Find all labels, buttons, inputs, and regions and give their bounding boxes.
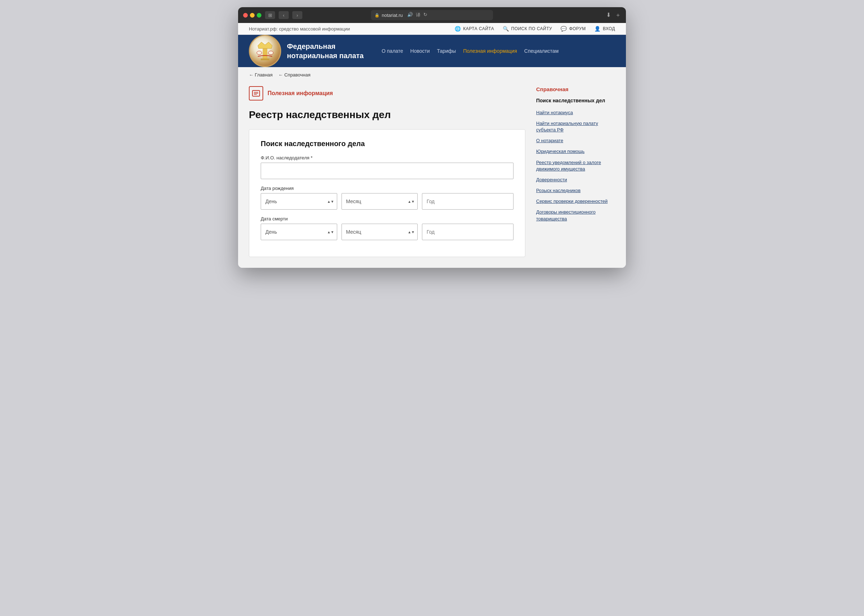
url-text: notariat.ru (382, 13, 403, 18)
sidebar-link-poa[interactable]: Доверенности (536, 177, 615, 183)
death-month-select[interactable]: Месяц (342, 224, 418, 240)
lock-icon: 🔒 (375, 13, 379, 17)
birth-month-wrapper: Месяц ▲▼ (342, 193, 418, 210)
sidebar-section-title: Справочная (536, 86, 615, 92)
svg-point-4 (268, 51, 273, 55)
sidebar-link-pledge[interactable]: Реестр уведомлений о залоге движимого им… (536, 159, 615, 172)
browser-titlebar: ⊞ ‹ › 🔒 notariat.ru 🔊 译 ↻ ⬇ ＋ (238, 7, 626, 23)
address-bar-icons: 🔊 译 ↻ (407, 12, 427, 18)
new-tab-icon[interactable]: ＋ (615, 11, 621, 19)
form-card-title: Поиск наследственного дела (261, 140, 513, 148)
logo-text: Федеральная нотариальная палата (287, 42, 364, 60)
death-day-select[interactable]: День (261, 224, 337, 240)
forum-link[interactable]: 💬 ФОРУМ (560, 26, 586, 31)
nav-item-specialists[interactable]: Специалистам (521, 45, 562, 57)
svg-point-3 (257, 51, 262, 55)
death-year-input[interactable] (422, 224, 513, 240)
main-nav: О палате Новости Тарифы Полезная информа… (378, 45, 562, 57)
forum-icon: 💬 (560, 26, 567, 31)
download-icon[interactable]: ⬇ (606, 11, 611, 19)
user-icon: 👤 (594, 26, 601, 31)
sidebar-link-legal[interactable]: Юридическая помощь (536, 148, 615, 155)
date-death-section: Дата смерти День ▲▼ Месяц (261, 216, 513, 240)
sidebar-link-about[interactable]: О нотариате (536, 137, 615, 144)
date-death-row: День ▲▼ Месяц ▲▼ (261, 224, 513, 240)
browser-right-controls: ⬇ ＋ (606, 11, 621, 19)
logo-title-line2: нотариальная палата (287, 51, 364, 60)
section-title-text: Полезная информация (268, 90, 333, 97)
address-bar[interactable]: 🔒 notariat.ru 🔊 译 ↻ (371, 10, 493, 20)
birth-day-select[interactable]: День (261, 193, 337, 210)
death-month-wrapper: Месяц ▲▼ (342, 224, 418, 240)
sidebar-link-heirs[interactable]: Розыск наследников (536, 187, 615, 194)
traffic-light-green[interactable] (257, 13, 261, 17)
browser-window: ⊞ ‹ › 🔒 notariat.ru 🔊 译 ↻ ⬇ ＋ Нотариат.р… (238, 7, 626, 268)
info-icon-svg (252, 89, 260, 97)
login-link[interactable]: 👤 ВХОД (594, 26, 615, 31)
map-icon: 🌐 (455, 26, 461, 31)
date-death-label: Дата смерти (261, 216, 513, 222)
nav-item-news[interactable]: Новости (407, 45, 433, 57)
date-birth-label: Дата рождения (261, 185, 513, 191)
birth-month-select[interactable]: Месяц (342, 193, 418, 210)
birth-year-input[interactable] (422, 193, 513, 210)
sidebar-icon: ⊞ (268, 13, 272, 18)
name-input[interactable] (261, 163, 513, 179)
svg-rect-1 (263, 49, 267, 58)
death-day-wrapper: День ▲▼ (261, 224, 337, 240)
search-link[interactable]: 🔍 ПОИСК ПО САЙТУ (503, 26, 552, 31)
svg-rect-2 (261, 58, 269, 60)
utility-bar-right: 🌐 КАРТА САЙТА 🔍 ПОИСК ПО САЙТУ 💬 ФОРУМ 👤… (455, 26, 615, 31)
logo-svg (254, 38, 276, 64)
logo-area: Федеральная нотариальная палата (249, 35, 364, 67)
section-icon (249, 86, 263, 101)
sidebar-link-poa-check[interactable]: Сервис проверки доверенностей (536, 198, 615, 204)
sidebar-link-notary[interactable]: Найти нотариуса (536, 110, 615, 116)
nav-item-about[interactable]: О палате (378, 45, 407, 57)
traffic-light-red[interactable] (243, 13, 248, 17)
utility-bar-tagline: Нотариат.рф: средство массовой информаци… (249, 26, 350, 31)
sidebar: Справочная Поиск наследственных дел Найт… (536, 86, 615, 226)
main-content: Полезная информация Реестр наследственны… (249, 86, 526, 257)
traffic-light-yellow[interactable] (250, 13, 255, 17)
map-label: КАРТА САЙТА (463, 26, 494, 31)
login-label: ВХОД (603, 26, 615, 31)
main-layout: Полезная информация Реестр наследственны… (238, 83, 626, 268)
refresh-icon[interactable]: ↻ (423, 12, 427, 18)
breadcrumb-reference[interactable]: ← Справочная (278, 72, 310, 77)
back-icon: ‹ (283, 13, 285, 18)
forum-label: ФОРУМ (569, 26, 586, 31)
section-header: Полезная информация (249, 86, 526, 101)
breadcrumb-home[interactable]: ← Главная (249, 72, 272, 77)
search-label: ПОИСК ПО САЙТУ (511, 26, 552, 31)
date-birth-row: День ▲▼ Месяц ▲▼ (261, 193, 513, 210)
site-header: Федеральная нотариальная палата О палате… (238, 35, 626, 67)
date-birth-section: Дата рождения День ▲▼ Месяц (261, 185, 513, 210)
death-year-wrapper (422, 224, 513, 240)
page-content: Нотариат.рф: средство массовой информаци… (238, 23, 626, 268)
speaker-icon: 🔊 (407, 12, 413, 18)
svg-marker-0 (258, 42, 272, 49)
map-link[interactable]: 🌐 КАРТА САЙТА (455, 26, 494, 31)
forward-icon: › (297, 13, 298, 18)
sidebar-active-item: Поиск наследственных дел (536, 97, 615, 104)
birth-year-wrapper (422, 193, 513, 210)
birth-day-wrapper: День ▲▼ (261, 193, 337, 210)
nav-item-tariffs[interactable]: Тарифы (433, 45, 460, 57)
forward-button[interactable]: › (292, 11, 302, 19)
nav-item-useful[interactable]: Полезная информация (460, 45, 521, 57)
sidebar-toggle-button[interactable]: ⊞ (265, 11, 275, 19)
sidebar-link-chamber[interactable]: Найти нотариальную палату субъекта РФ (536, 120, 615, 133)
logo-title-line1: Федеральная (287, 42, 364, 51)
sidebar-link-investment[interactable]: Договоры инвестиционного товарищества (536, 209, 615, 222)
page-title: Реестр наследственных дел (249, 109, 526, 121)
form-card: Поиск наследственного дела Ф.И.О. наслед… (249, 129, 526, 257)
name-label: Ф.И.О. наследодателя * (261, 155, 513, 160)
translate-icon: 译 (416, 12, 420, 18)
breadcrumb: ← Главная ← Справочная (238, 67, 626, 83)
traffic-lights (243, 13, 261, 17)
back-button[interactable]: ‹ (279, 11, 289, 19)
search-icon: 🔍 (503, 26, 509, 31)
utility-bar: Нотариат.рф: средство массовой информаци… (238, 23, 626, 35)
logo-emblem (249, 35, 281, 67)
